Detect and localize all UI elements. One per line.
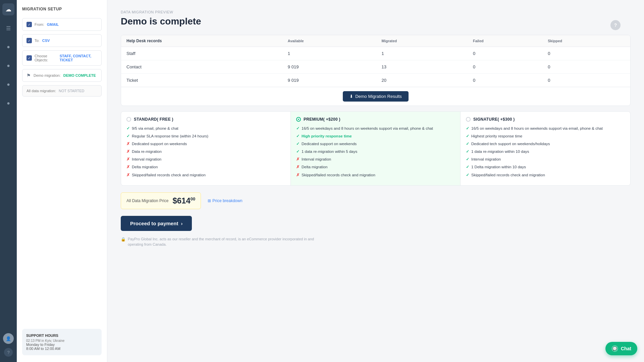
- plan-premium-name: PREMIUM( +$200 ): [304, 117, 340, 122]
- plan-premium-radio[interactable]: [296, 117, 301, 122]
- page-label: DATA MIGRATION PREVIEW: [121, 10, 631, 14]
- col-header-migrated: Migrated: [376, 35, 468, 47]
- sidebar-item-to[interactable]: ✓ To: CSV: [22, 34, 102, 47]
- nav-circle-4[interactable]: ●: [2, 97, 14, 109]
- main-content: ? DATA MIGRATION PREVIEW Demo is complet…: [107, 0, 644, 362]
- icon-bar-bottom: 👤 ?: [3, 333, 14, 362]
- plan-standard-header: STANDARD( FREE ): [126, 117, 285, 122]
- demo-status: DEMO COMPLETE: [63, 73, 96, 77]
- chat-icon: 💬: [611, 345, 618, 352]
- plan-feature: ✗Interval migration: [126, 157, 285, 162]
- help-icon[interactable]: ?: [4, 348, 13, 357]
- chat-button[interactable]: 💬 Chat: [605, 342, 637, 355]
- col-header-records: Help Desk records: [121, 35, 282, 47]
- row-staff-failed: 0: [468, 47, 542, 60]
- plan-feature: ✓Interval migration: [466, 157, 625, 162]
- plan-feature: ✓16/5 on weekdays and 8 hours on weekend…: [466, 126, 625, 131]
- check-icon-objects: ✓: [26, 55, 32, 61]
- support-hours-title: SUPPORT HOURS: [26, 334, 98, 338]
- demo-results-button[interactable]: ⬇ Demo Migration Results: [343, 91, 409, 102]
- plan-feature: ✗Dedicated support on weekends: [126, 141, 285, 146]
- price-breakdown-link[interactable]: ⊞ Price breakdown: [208, 198, 242, 203]
- plan-feature: ✓Skipped/failed records check and migrat…: [466, 172, 625, 178]
- support-hours: 8:00 AM to 12:00 AM: [26, 347, 98, 351]
- row-staff-name: Staff: [121, 47, 282, 60]
- support-days: Monday to Friday: [26, 343, 98, 347]
- plan-feature: ✓Dedicated tech support on weekends/holi…: [466, 141, 625, 146]
- plan-feature: ✗Delta migration: [126, 164, 285, 170]
- lock-icon: 🔒: [121, 236, 126, 242]
- table-icon: ⊞: [208, 198, 211, 203]
- plan-signature-header: SIGNATURE( +$300 ): [466, 117, 625, 122]
- row-contact-failed: 0: [468, 60, 542, 74]
- nav-circle-3[interactable]: ●: [2, 78, 14, 90]
- plan-feature: ✗Skipped/failed records check and migrat…: [126, 172, 285, 178]
- demo-results-btn-label: Demo Migration Results: [355, 94, 402, 99]
- plan-signature-name: SIGNATURE( +$300 ): [473, 117, 515, 122]
- col-header-available: Available: [282, 35, 376, 47]
- price-cents: 00: [191, 196, 195, 201]
- page-help-icon[interactable]: ?: [610, 20, 621, 30]
- plan-feature: ✓16/5 on weekdays and 8 hours on weekend…: [296, 126, 455, 131]
- sidebar-item-from[interactable]: ✓ From: GMAIL: [22, 18, 102, 31]
- all-data-status: NOT STARTED: [59, 89, 84, 93]
- chat-btn-label: Chat: [621, 346, 631, 351]
- plan-standard-radio[interactable]: [126, 117, 131, 122]
- plan-signature[interactable]: SIGNATURE( +$300 ) ✓16/5 on weekdays and…: [461, 112, 630, 185]
- plan-feature: ✓Highest priority response time: [466, 133, 625, 139]
- objects-label: Choose Objects:: [35, 54, 57, 62]
- plan-feature: ✓1 Delta migration within 10 days: [466, 164, 625, 170]
- proceed-to-payment-button[interactable]: Proceed to payment ›: [121, 216, 192, 231]
- plan-feature: ✗Data re-migration: [126, 149, 285, 154]
- table-row: Staff 1 1 0 0: [121, 47, 630, 60]
- nav-list-icon[interactable]: ☰: [2, 22, 14, 34]
- plan-signature-radio[interactable]: [466, 117, 471, 122]
- plan-feature: ✓Dedicated support on weekends: [296, 141, 455, 146]
- demo-label: Demo migration:: [34, 73, 61, 77]
- row-ticket-migrated: 20: [376, 74, 468, 87]
- from-value: GMAIL: [47, 22, 59, 26]
- chevron-right-icon: ›: [181, 221, 182, 226]
- results-table: Help Desk records Available Migrated Fai…: [121, 35, 630, 87]
- security-note-text: PayPro Global Inc. acts as our reseller …: [128, 236, 322, 247]
- plan-feature: ✓1 data re-migration within 5 days: [296, 149, 455, 154]
- price-section: All Data Migration Price $61400 ⊞ Price …: [121, 192, 631, 209]
- proceed-btn-label: Proceed to payment: [130, 221, 178, 226]
- price-box: All Data Migration Price $61400: [121, 192, 201, 209]
- download-icon: ⬇: [350, 94, 353, 99]
- icon-bar: ☁ ☰ ● ● ● ● 👤 ?: [0, 0, 17, 362]
- sidebar-item-demo[interactable]: ⚑ Demo migration: DEMO COMPLETE: [22, 69, 102, 82]
- row-staff-skipped: 0: [542, 47, 630, 60]
- plan-feature: ✗Interval migration: [296, 157, 455, 162]
- plan-standard[interactable]: STANDARD( FREE ) ✓9/5 via email, phone &…: [121, 112, 291, 185]
- row-ticket-name: Ticket: [121, 74, 282, 87]
- nav-circle-1[interactable]: ●: [2, 41, 14, 53]
- row-contact-skipped: 0: [542, 60, 630, 74]
- sidebar: MIGRATION SETUP ✓ From: GMAIL ✓ To: CSV …: [17, 0, 107, 362]
- from-label: From:: [35, 22, 44, 26]
- plan-premium-header: PREMIUM( +$200 ): [296, 117, 455, 122]
- sidebar-item-objects[interactable]: ✓ Choose Objects: STAFF, CONTACT, TICKET: [22, 50, 102, 66]
- app-logo[interactable]: ☁: [2, 3, 14, 15]
- user-avatar[interactable]: 👤: [3, 333, 14, 344]
- objects-value: STAFF, CONTACT, TICKET: [60, 54, 97, 62]
- flag-icon: ⚑: [26, 73, 31, 78]
- sidebar-title: MIGRATION SETUP: [22, 7, 102, 11]
- support-hours-box: SUPPORT HOURS 02:13 PM in Kyiv, Ukraine …: [22, 329, 102, 355]
- results-card: Help Desk records Available Migrated Fai…: [121, 35, 631, 106]
- row-staff-migrated: 1: [376, 47, 468, 60]
- check-icon-to: ✓: [26, 38, 32, 43]
- table-row: Contact 9 019 13 0 0: [121, 60, 630, 74]
- col-header-skipped: Skipped: [542, 35, 630, 47]
- to-value: CSV: [42, 39, 50, 43]
- security-note: 🔒 PayPro Global Inc. acts as our reselle…: [121, 236, 322, 247]
- plan-feature: ✓Regular SLA response time (within 24 ho…: [126, 133, 285, 139]
- plan-feature: ✓9/5 via email, phone & chat: [126, 126, 285, 131]
- nav-circle-2[interactable]: ●: [2, 60, 14, 72]
- row-ticket-skipped: 0: [542, 74, 630, 87]
- sidebar-item-all-data[interactable]: All data migration: NOT STARTED: [22, 85, 102, 97]
- all-data-label: All data migration:: [26, 89, 56, 93]
- row-contact-name: Contact: [121, 60, 282, 74]
- row-staff-available: 1: [282, 47, 376, 60]
- plan-premium[interactable]: PREMIUM( +$200 ) ✓16/5 on weekdays and 8…: [291, 112, 461, 185]
